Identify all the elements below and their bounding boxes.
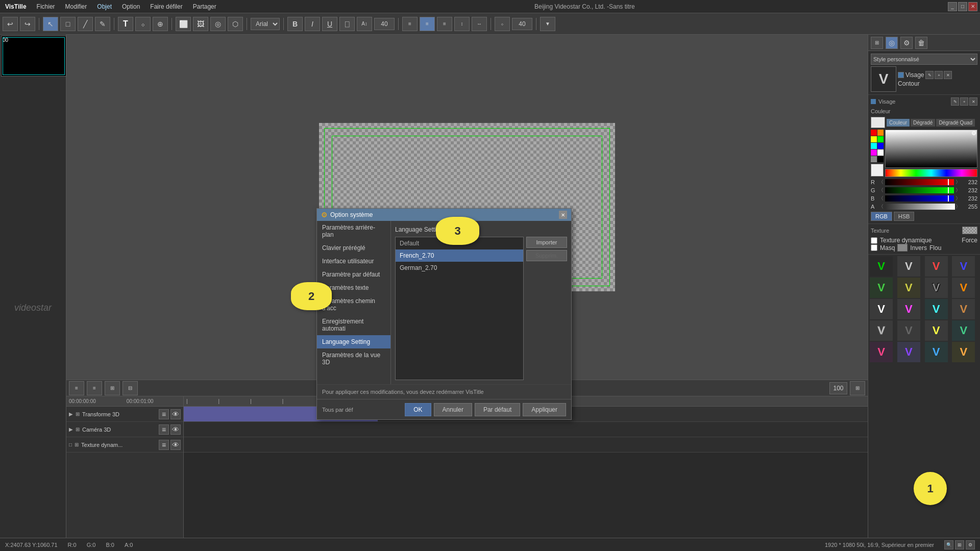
dialog-body: Paramètres arrière-plan Clavier préréglé… [317, 221, 571, 384]
menu-vue-3d[interactable]: Paramètres de la vue 3D [317, 348, 390, 369]
menu-clavier[interactable]: Clavier préréglé [317, 241, 390, 255]
dialog-note-text: Pour appliquer ces modifications, vous d… [322, 389, 484, 395]
dialog-right-header: Language Setting [395, 225, 567, 234]
language-list[interactable]: Default French_2.70 German_2.70 [395, 237, 524, 380]
menu-parametre-defaut[interactable]: Paramètre par défaut [317, 268, 390, 281]
appliquer-button[interactable]: Appliquer [523, 403, 566, 416]
bubble-1-label: 1 [927, 482, 933, 495]
dialog-note: Pour appliquer ces modifications, vous d… [317, 384, 571, 399]
footer-buttons: OK Annuler Par défaut Appliquer [405, 403, 566, 416]
dialog-footer: Tous par déf OK Annuler Par défaut Appli… [317, 399, 571, 419]
menu-interface[interactable]: Interface utilisateur [317, 255, 390, 268]
menu-language-setting[interactable]: Language Setting [317, 335, 390, 348]
bubble-3-label: 3 [454, 224, 460, 238]
footer-left-btn[interactable]: Tous par déf [322, 407, 353, 413]
lang-buttons: Importer Supprim. [526, 237, 567, 380]
annotation-bubble-1: 1 [914, 472, 947, 505]
annotation-bubble-2: 2 [291, 282, 332, 310]
import-button[interactable]: Importer [526, 237, 567, 248]
dialog-title: Option système [330, 211, 373, 218]
ok-button[interactable]: OK [405, 403, 431, 416]
dialog-close-button[interactable]: ✕ [559, 211, 567, 219]
menu-enregistrement[interactable]: Enregistrement automati [317, 315, 390, 335]
lang-german[interactable]: German_2.70 [396, 262, 523, 274]
tous-par-def-label: Tous par déf [322, 407, 353, 413]
dialog-icon: ⚙ [321, 211, 328, 219]
menu-parametres-arriere[interactable]: Paramètres arrière-plan [317, 221, 390, 241]
bubble-2-label: 2 [308, 290, 314, 303]
annuler-button[interactable]: Annuler [434, 403, 472, 416]
dialog-right-content: Language Setting Default French_2.70 Ger… [391, 221, 571, 384]
dialog-overlay: ⚙ Option système ✕ Paramètres arrière-pl… [0, 0, 980, 551]
lang-french[interactable]: French_2.70 [396, 249, 523, 262]
delete-button[interactable]: Supprim. [526, 250, 567, 261]
dialog-title-area: ⚙ Option système [321, 211, 373, 219]
lang-content: Default French_2.70 German_2.70 Importer… [395, 237, 567, 380]
par-defaut-button[interactable]: Par défaut [475, 403, 520, 416]
annotation-bubble-3: 3 [436, 217, 479, 245]
